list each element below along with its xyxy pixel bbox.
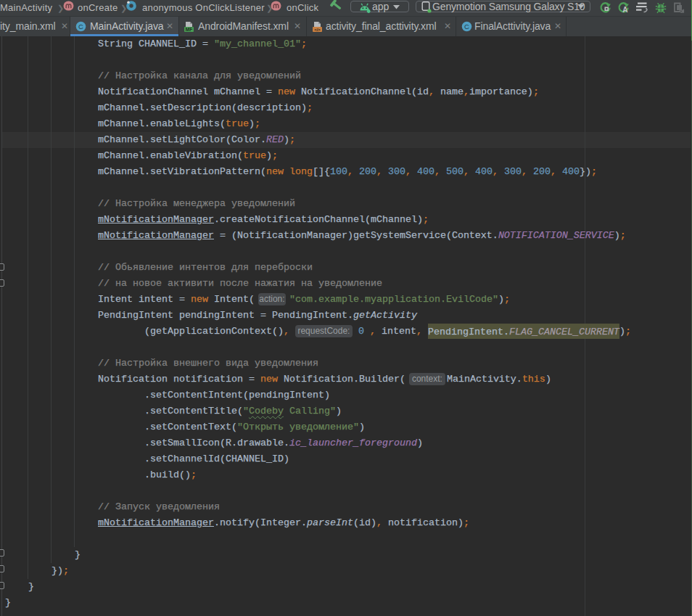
svg-text:C: C xyxy=(464,22,469,30)
svg-text:C: C xyxy=(78,22,83,30)
svg-text:MF: MF xyxy=(186,27,192,32)
svg-text:A: A xyxy=(622,6,627,14)
svg-text:</>: </> xyxy=(314,28,321,32)
